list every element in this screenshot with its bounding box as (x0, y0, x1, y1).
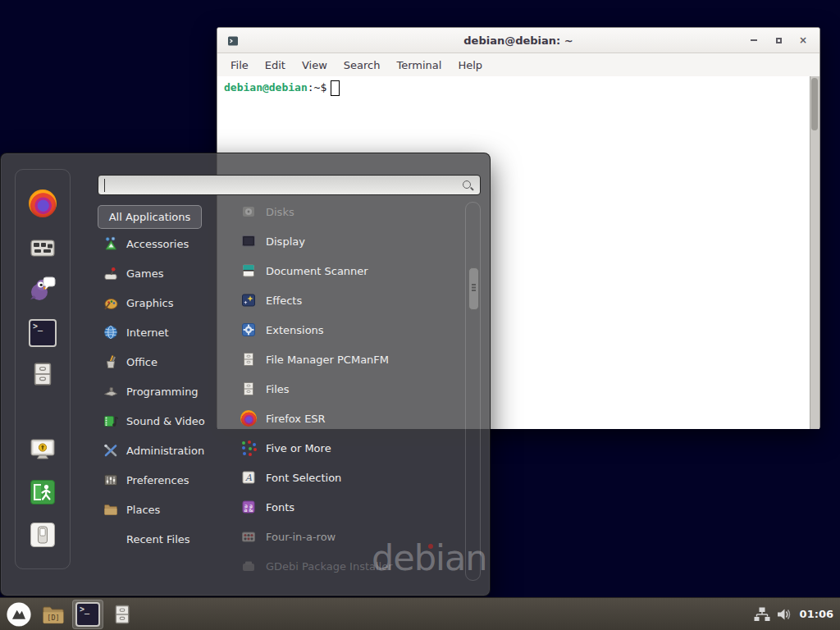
search-icon (462, 180, 473, 191)
favorite-terminal-button[interactable]: >_ (29, 319, 57, 347)
app-label: GDebi Package Installer (266, 560, 393, 573)
network-icon[interactable] (754, 607, 770, 622)
favorite-firefox-button[interactable] (29, 189, 57, 217)
four-in-a-row-icon (240, 528, 257, 545)
shutdown-button[interactable] (29, 521, 57, 549)
apps-scrollbar-track[interactable] (465, 202, 481, 581)
preferences-icon (103, 472, 119, 488)
internet-icon (103, 324, 119, 340)
app-label: Effects (266, 294, 302, 307)
terminal-titlebar[interactable]: debian@debian: ~ × (217, 28, 819, 53)
display-icon (240, 233, 257, 249)
graphics-icon (103, 294, 119, 311)
app-firefox-esr[interactable]: Firefox ESR (231, 404, 460, 433)
menu-item-help[interactable]: Help (450, 56, 491, 75)
app-label: File Manager PCManFM (266, 354, 389, 366)
app-label: Firefox ESR (266, 413, 326, 425)
taskbar-terminal-button[interactable]: >_ (72, 600, 103, 629)
taskbar-folder-debian-button[interactable]: [D] (38, 600, 69, 629)
terminal-scrollbar[interactable] (810, 76, 819, 429)
category-recent-files[interactable]: Recent Files (98, 524, 229, 554)
taskbar-file-manager-button[interactable] (107, 600, 138, 629)
category-places[interactable]: Places (98, 495, 229, 524)
menu-item-view[interactable]: View (294, 56, 336, 75)
favorite-software-button[interactable] (29, 234, 57, 262)
taskbar-menu-button[interactable] (3, 600, 34, 629)
file-cabinet-icon (240, 351, 257, 368)
minimize-icon (751, 39, 757, 41)
app-display[interactable]: Display (231, 226, 460, 256)
category-graphics[interactable]: Graphics (98, 288, 229, 317)
category-office[interactable]: Office (98, 347, 229, 377)
disks-icon (240, 203, 257, 220)
app-five-or-more[interactable]: Five or More (231, 433, 460, 463)
lock-screen-button[interactable] (29, 436, 57, 463)
category-games[interactable]: Games (98, 258, 229, 288)
search-input[interactable] (107, 176, 454, 195)
svg-text:[D]: [D] (47, 614, 59, 622)
prompt-suffix: :~$ (308, 81, 326, 94)
firefox-icon (240, 410, 257, 427)
font-selection-icon: A (240, 469, 257, 486)
app-disks[interactable]: Disks (231, 197, 460, 226)
app-extensions[interactable]: Extensions (231, 315, 460, 345)
taskbar: [D]>_ 01:06 (0, 597, 840, 630)
terminal-menubar: FileEditViewSearchTerminalHelp (217, 53, 819, 76)
app-four-in-a-row[interactable]: Four-in-a-row (231, 522, 460, 551)
extensions-icon (240, 322, 257, 338)
close-icon: × (799, 35, 807, 45)
app-label: Fonts (266, 501, 294, 514)
close-button[interactable]: × (793, 31, 813, 49)
file-cabinet-icon (240, 381, 257, 397)
menu-item-terminal[interactable]: Terminal (388, 56, 450, 75)
prompt-user-host: debian@debian (224, 81, 308, 94)
volume-icon[interactable] (777, 607, 793, 622)
terminal-scrollbar-handle[interactable] (811, 78, 818, 130)
terminal-cursor (331, 80, 340, 96)
app-document-scanner[interactable]: Document Scanner (231, 256, 460, 285)
maximize-icon (776, 38, 782, 43)
app-label: Files (266, 383, 290, 395)
app-fonts[interactable]: a aa &Fonts (231, 492, 460, 522)
app-files[interactable]: Files (231, 374, 460, 404)
five-or-more-icon (240, 440, 257, 456)
category-label: Graphics (126, 297, 173, 309)
firefox-icon (29, 189, 57, 217)
gdebi-icon (240, 558, 257, 574)
category-all-applications[interactable]: All Applications (98, 205, 202, 229)
category-preferences[interactable]: Preferences (98, 465, 229, 495)
app-label: Extensions (266, 324, 324, 336)
app-effects[interactable]: Effects (231, 285, 460, 315)
applications-menu: debian >_ All Applications AccessoriesGa… (0, 153, 491, 596)
app-file-manager-pcmanfm[interactable]: File Manager PCManFM (231, 345, 460, 374)
category-label: Games (126, 267, 163, 280)
favorite-file-manager-button[interactable] (29, 360, 57, 388)
category-label: Sound & Video (126, 415, 205, 427)
terminal-app-icon (227, 34, 239, 46)
category-programming[interactable]: Programming (98, 377, 229, 406)
favorites-sidebar: >_ (15, 169, 71, 569)
category-sound-video[interactable]: Sound & Video (98, 406, 229, 436)
games-icon (103, 265, 119, 281)
menu-search-box[interactable] (98, 175, 481, 195)
places-icon (103, 501, 119, 518)
category-accessories[interactable]: Accessories (98, 229, 229, 258)
minimize-button[interactable] (744, 31, 764, 49)
category-internet[interactable]: Internet (98, 317, 229, 347)
app-gdebi-package-installer[interactable]: GDebi Package Installer (231, 551, 460, 581)
maximize-button[interactable] (769, 31, 788, 49)
logout-button[interactable] (29, 478, 57, 506)
categories-list: AccessoriesGamesGraphicsInternetOfficePr… (98, 229, 229, 554)
apps-scrollbar-handle[interactable] (468, 267, 479, 310)
category-administration[interactable]: Administration (98, 436, 229, 465)
app-label: Disks (266, 206, 294, 218)
app-label: Four-in-a-row (266, 531, 336, 543)
programming-icon (103, 383, 119, 399)
app-label: Font Selection (266, 472, 341, 484)
menu-item-search[interactable]: Search (336, 56, 389, 75)
menu-item-file[interactable]: File (222, 56, 257, 75)
document-scanner-icon (240, 262, 257, 279)
favorite-pidgin-button[interactable] (29, 275, 57, 303)
app-font-selection[interactable]: AFont Selection (231, 463, 460, 492)
menu-item-edit[interactable]: Edit (257, 56, 294, 75)
